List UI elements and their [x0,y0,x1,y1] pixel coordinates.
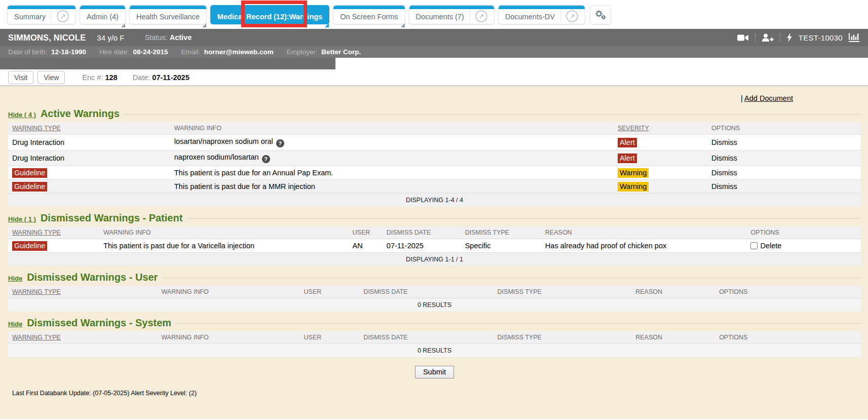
table-row: Drug Interaction losartan/naproxen sodiu… [8,135,861,150]
tab-medical-record-warnings[interactable]: Medical Record (12):Warnings [210,5,329,24]
submit-button[interactable]: Submit [415,366,454,378]
encounter-date-value: 07-11-2025 [152,73,189,82]
severity-badge: Warning [618,182,649,192]
section-divider-line [162,278,861,278]
tab-on-screen-forms[interactable]: On Screen Forms [333,5,405,24]
active-warnings-title: Active Warnings [41,108,120,120]
section-divider-line [124,114,861,114]
help-icon[interactable]: ? [262,155,270,163]
warning-info: This patient is past due for a MMR injec… [174,182,315,190]
column-header-warning-type[interactable]: WARNING TYPE [8,122,170,135]
column-header-warning-type[interactable]: WARNING TYPE [8,226,99,239]
dismissed-patient-hide-link[interactable]: Hide ( 1 ) [8,215,36,223]
column-header-dismiss-date: DISMISS DATE [383,226,461,239]
patient-hire-date: Hire date: 08-24-2015 [99,48,168,56]
column-header-warning-info: WARNING INFO [170,122,614,135]
patient-header-actions: TEST-10030 [737,33,860,42]
tab-summary-external-link[interactable]: ↗ [51,10,69,22]
submit-row: Submit [8,366,861,378]
tab-admin[interactable]: Admin (4) [80,5,126,24]
tab-dropdown-fold-icon [325,23,329,27]
patient-employer: Employer: Better Corp. [287,48,361,56]
dismissed-system-hide-link[interactable]: Hide [8,320,22,328]
add-person-icon[interactable] [762,33,774,42]
patient-demographics-bar: Date of birth: 12-18-1990 Hire date: 08-… [0,46,868,58]
external-link-icon: ↗ [57,10,69,22]
column-header-dismiss-type: DISMISS TYPE [494,286,632,298]
displaying-count: DISPLAYING 1-4 / 4 [8,194,861,207]
column-header-user: USER [349,226,383,239]
delete-checkbox[interactable] [750,242,758,249]
visit-button[interactable]: Visit [8,71,33,84]
displaying-count: DISPLAYING 1-1 / 1 [8,253,861,266]
results-count: 0 RESULTS [8,298,861,312]
warning-info: losartan/naproxen sodium oral [174,137,273,145]
table-header-row: WARNING TYPE WARNING INFO USER DISMISS D… [8,331,861,344]
tab-documents[interactable]: Documents (7) ↗ [409,5,495,24]
dismiss-user: AN [353,242,363,250]
gears-icon [594,9,607,20]
tab-settings-button[interactable] [590,5,611,24]
severity-badge: Alert [618,138,637,147]
column-header-warning-info: WARNING INFO [158,286,300,298]
severity-badge: Alert [618,154,637,163]
table-footer-row: DISPLAYING 1-4 / 4 [8,194,861,207]
dismiss-link[interactable]: Dismiss [711,182,737,190]
section-divider-line [187,218,861,219]
dismissed-patient-table: WARNING TYPE WARNING INFO USER DISMISS D… [8,226,861,266]
table-footer-row: 0 RESULTS [8,344,861,358]
dismiss-date: 07-11-2025 [387,242,424,250]
tab-accent-strip [130,6,206,9]
dob-label: Date of birth: [8,48,47,56]
tab-on-screen-forms-label: On Screen Forms [340,11,398,21]
dismissed-user-hide-link[interactable]: Hide [8,275,22,282]
tab-accent-strip [8,6,76,9]
flowsheet-chart-icon[interactable] [849,33,860,42]
column-header-dismiss-date: DISMISS DATE [359,331,493,344]
tab-documents-dv[interactable]: Documents-DV ↗ [498,5,585,24]
column-header-options: OPTIONS [715,331,861,344]
tab-health-surveillance[interactable]: Health Surveillance [129,5,207,24]
lightning-bolt-icon[interactable] [786,33,792,42]
dismiss-type: Specific [465,242,491,250]
external-link-icon: ↗ [566,10,578,22]
patient-age-sex: 34 y/o F [97,33,124,42]
help-icon[interactable]: ? [276,139,284,147]
warning-type-badge: Guideline [12,168,47,178]
dismissed-system-table: WARNING TYPE WARNING INFO USER DISMISS D… [8,331,861,357]
add-document-link[interactable]: Add Document [744,94,793,102]
video-camera-icon[interactable] [737,34,749,42]
column-header-user: USER [300,286,360,298]
dob-value: 12-18-1990 [51,48,86,56]
patient-status-value: Active [170,33,192,42]
active-warnings-header: Hide ( 4 ) Active Warnings [8,108,861,120]
encounter-bar: Visit View Enc #: 128 Date: 07-11-2025 [0,69,868,86]
dismiss-link[interactable]: Dismiss [711,154,737,162]
column-header-reason: REASON [541,226,747,239]
view-button[interactable]: View [37,71,65,84]
column-header-options: OPTIONS [715,286,861,298]
column-header-severity[interactable]: SEVERITY [614,122,707,135]
warning-type: Drug Interaction [12,154,64,162]
dismissed-user-table: WARNING TYPE WARNING INFO USER DISMISS D… [8,286,861,312]
table-header-row: WARNING TYPE WARNING INFO USER DISMISS D… [8,226,861,239]
column-header-warning-type[interactable]: WARNING TYPE [8,331,158,344]
dismiss-link[interactable]: Dismiss [711,169,737,177]
tab-medical-record-label: Medical Record (12):Warnings [217,11,322,21]
databank-update-note: Last First Databank Update: (07-05-2025)… [12,390,861,397]
dismiss-link[interactable]: Dismiss [711,138,737,146]
column-header-warning-type[interactable]: WARNING TYPE [8,286,158,298]
tab-summary[interactable]: Summary ↗ [7,5,76,24]
patient-dob: Date of birth: 12-18-1990 [8,48,86,56]
dismissed-system-header: Hide Dismissed Warnings - System [8,317,861,329]
table-footer-row: 0 RESULTS [8,298,861,312]
tab-documents-dv-external-link[interactable]: ↗ [560,10,578,22]
column-header-dismiss-type: DISMISS TYPE [461,226,541,239]
warning-info: naproxen sodium/losartan [174,153,259,161]
warning-type-badge: Guideline [12,241,47,251]
patient-name: SIMMONS, NICOLE [8,33,86,43]
table-header-row: WARNING TYPE WARNING INFO USER DISMISS D… [8,286,861,298]
tab-documents-external-link[interactable]: ↗ [470,10,487,22]
active-warnings-hide-link[interactable]: Hide ( 4 ) [8,111,36,119]
results-count: 0 RESULTS [8,344,861,358]
